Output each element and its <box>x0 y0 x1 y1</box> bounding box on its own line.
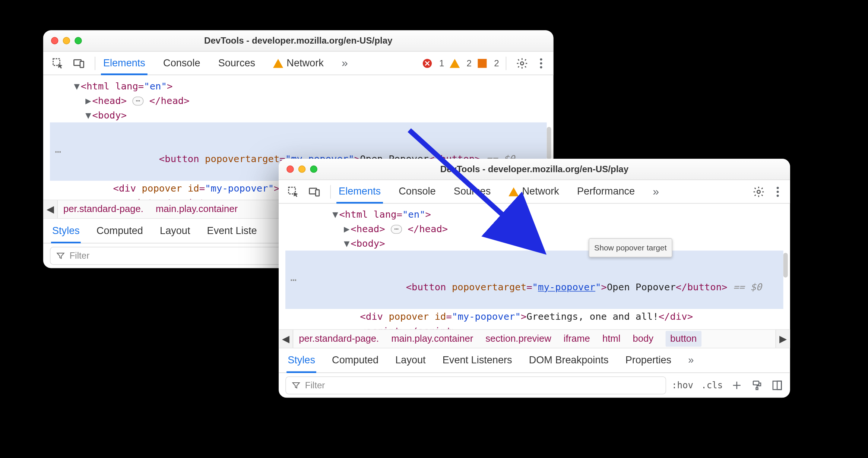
chevron-down-icon[interactable]: ▼ <box>343 236 351 251</box>
breadcrumb[interactable]: ◀ per.standard-page. main.play.container… <box>279 329 790 348</box>
crumb[interactable]: per.standard-page. <box>63 203 143 215</box>
window-title: DevTools - developer.mozilla.org/en-US/p… <box>279 164 790 174</box>
subtab-computed[interactable]: Computed <box>96 219 143 243</box>
chevron-right-icon[interactable]: ▶ <box>776 330 790 348</box>
tab-performance[interactable]: Performance <box>576 180 636 203</box>
filter-input[interactable]: Filter <box>285 376 666 394</box>
dom-node-div[interactable]: <div popover id="my-popover">Greetings, … <box>285 309 783 323</box>
subtab-styles[interactable]: Styles <box>52 219 80 243</box>
dom-node-html[interactable]: ▼<html lang="en"> <box>50 79 547 93</box>
ellipsis-icon[interactable]: ⋯ <box>291 273 297 287</box>
tab-console[interactable]: Console <box>162 51 201 75</box>
traffic-lights[interactable] <box>51 37 82 44</box>
svg-rect-10 <box>756 388 758 389</box>
issue-badge-icon <box>477 58 487 68</box>
device-toggle-icon[interactable] <box>70 54 88 72</box>
dom-node-script[interactable]: <script></script> <box>285 323 783 329</box>
gear-icon[interactable] <box>513 54 531 72</box>
warning-badge-icon <box>450 58 460 68</box>
gear-icon[interactable] <box>750 183 767 200</box>
tabs-overflow[interactable]: » <box>340 51 349 75</box>
computed-pane-icon[interactable] <box>771 379 783 391</box>
kebab-menu-icon[interactable] <box>771 186 785 196</box>
subtab-layout[interactable]: Layout <box>395 348 425 373</box>
chevron-down-icon[interactable]: ▼ <box>73 79 81 93</box>
subtab-event-listeners[interactable]: Event Liste <box>207 219 257 243</box>
tab-network[interactable]: Network <box>272 51 325 75</box>
crumb[interactable]: main.play.container <box>391 333 473 344</box>
chevron-right-icon[interactable]: ▶ <box>84 93 92 108</box>
subtab-layout[interactable]: Layout <box>160 219 190 243</box>
minimize-icon[interactable] <box>298 165 306 173</box>
add-rule-icon[interactable] <box>731 379 743 391</box>
dom-node-head[interactable]: ▶<head> ⋯ </head> <box>285 222 783 236</box>
crumb[interactable]: body <box>633 333 653 344</box>
separator <box>506 56 507 70</box>
devtools-window-b: DevTools - developer.mozilla.org/en-US/p… <box>279 159 790 398</box>
crumb[interactable]: html <box>602 333 620 344</box>
chevron-left-icon[interactable]: ◀ <box>279 330 293 348</box>
scrollbar[interactable] <box>783 253 788 278</box>
crumb[interactable]: section.preview <box>485 333 551 344</box>
dom-node-body[interactable]: ▼<body> <box>50 108 547 122</box>
dom-tree[interactable]: ▼<html lang="en"> ▶<head> ⋯ </head> ▼<bo… <box>279 203 790 329</box>
tab-console[interactable]: Console <box>397 180 437 203</box>
subtab-styles[interactable]: Styles <box>288 348 315 373</box>
inspect-icon[interactable] <box>284 183 302 200</box>
tab-sources[interactable]: Sources <box>217 51 256 75</box>
kebab-menu-icon[interactable] <box>534 58 548 68</box>
titlebar[interactable]: DevTools - developer.mozilla.org/en-US/p… <box>279 159 790 180</box>
tabbar: Elements Console Sources Network Perform… <box>279 180 790 203</box>
crumb-selected[interactable]: button <box>666 331 701 347</box>
maximize-icon[interactable] <box>310 165 317 173</box>
crumb[interactable]: iframe <box>564 333 590 344</box>
tab-elements[interactable]: Elements <box>338 180 382 203</box>
chevron-right-icon[interactable]: ▶ <box>343 222 351 236</box>
close-icon[interactable] <box>286 165 294 173</box>
minimize-icon[interactable] <box>63 37 70 44</box>
dom-node-button-selected[interactable]: ⋯ <button popovertarget="my-popover">Ope… <box>285 251 783 309</box>
dom-node-html[interactable]: ▼<html lang="en"> <box>285 207 783 221</box>
dom-node-head[interactable]: ▶<head> ⋯ </head> <box>50 93 547 108</box>
chevron-left-icon[interactable]: ◀ <box>43 200 58 218</box>
tab-network[interactable]: Network <box>507 180 560 203</box>
maximize-icon[interactable] <box>75 37 82 44</box>
subtab-computed[interactable]: Computed <box>332 348 378 373</box>
chevron-down-icon[interactable]: ▼ <box>84 108 92 122</box>
traffic-lights[interactable] <box>286 165 317 173</box>
subtab-properties[interactable]: Properties <box>625 348 671 373</box>
styles-tools: :hov .cls <box>672 379 783 391</box>
svg-rect-9 <box>753 381 759 385</box>
svg-rect-7 <box>316 189 319 196</box>
inspect-icon[interactable] <box>49 54 67 72</box>
tabs-overflow[interactable]: » <box>652 180 660 203</box>
ellipsis-icon[interactable]: ⋯ <box>55 144 62 159</box>
status-badges[interactable]: 1 2 2 <box>422 58 499 68</box>
subtabs-overflow[interactable]: » <box>688 348 694 373</box>
filter-placeholder: Filter <box>70 250 90 260</box>
subtab-event-listeners[interactable]: Event Listeners <box>443 348 512 373</box>
dom-node-body[interactable]: ▼<body> <box>285 236 783 251</box>
subtab-dom-breakpoints[interactable]: DOM Breakpoints <box>529 348 609 373</box>
titlebar[interactable]: DevTools - developer.mozilla.org/en-US/p… <box>43 30 554 51</box>
tab-elements[interactable]: Elements <box>102 51 146 75</box>
svg-point-4 <box>520 61 523 64</box>
popovertarget-link[interactable]: my-popover <box>538 282 595 293</box>
ellipsis-icon[interactable]: ⋯ <box>132 97 143 105</box>
separator <box>95 56 95 70</box>
filter-icon <box>56 251 65 260</box>
chevron-down-icon[interactable]: ▼ <box>331 207 339 221</box>
crumb[interactable]: per.standard-page. <box>299 333 379 344</box>
close-icon[interactable] <box>51 37 58 44</box>
error-badge-icon <box>422 58 433 68</box>
scrollbar[interactable] <box>547 127 551 159</box>
tab-sources[interactable]: Sources <box>453 180 492 203</box>
ellipsis-icon[interactable]: ⋯ <box>391 225 402 234</box>
paint-icon[interactable] <box>751 379 763 391</box>
device-toggle-icon[interactable] <box>305 183 323 200</box>
tabbar: Elements Console Sources Network » 1 2 2 <box>43 51 554 75</box>
svg-rect-2 <box>80 61 84 67</box>
crumb[interactable]: main.play.container <box>156 203 238 215</box>
hov-button[interactable]: :hov <box>672 380 693 391</box>
cls-button[interactable]: .cls <box>701 380 723 391</box>
